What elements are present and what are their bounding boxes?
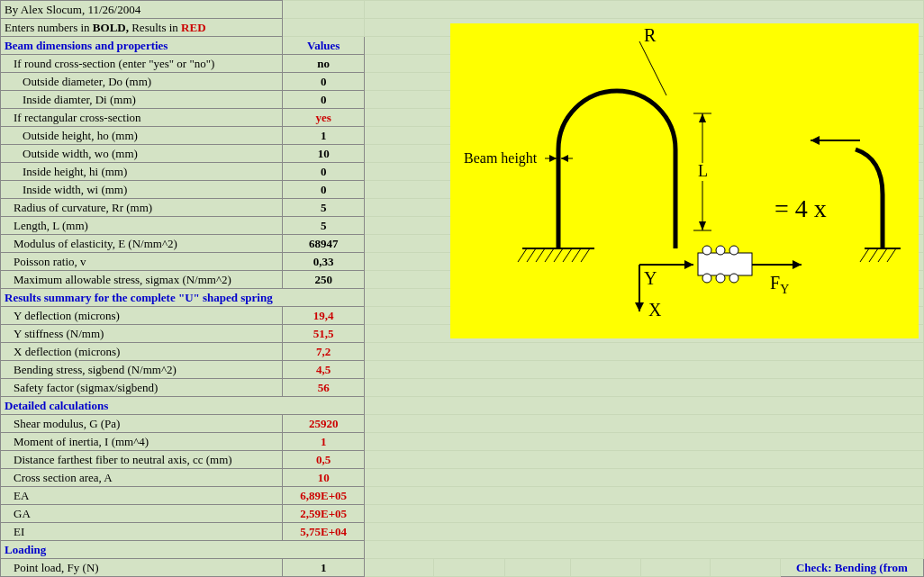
hi-label: Inside height, hi (mm)	[1, 163, 283, 181]
di-input[interactable]: 0	[283, 91, 365, 109]
ho-label: Outside height, ho (mm)	[1, 127, 283, 145]
x-axis-label: X	[648, 300, 662, 320]
svg-marker-31	[793, 260, 802, 269]
xdefl-label: X deflection (microns)	[1, 343, 283, 361]
loading-title: Loading	[1, 541, 365, 559]
svg-line-39	[878, 248, 887, 262]
spring-diagram-svg: R Beam height L Y FY X = 4 x	[450, 23, 919, 338]
round-input[interactable]: no	[283, 55, 365, 73]
beam-height-label: Beam height	[464, 150, 538, 167]
svg-marker-9	[699, 221, 706, 230]
svg-line-38	[869, 248, 878, 262]
ei-label: EI	[1, 523, 283, 541]
xdefl-result: 7,2	[283, 343, 365, 361]
svg-point-27	[729, 274, 738, 283]
svg-line-0	[639, 41, 666, 95]
l-label: Length, L (mm)	[1, 217, 283, 235]
l-input[interactable]: 5	[283, 217, 365, 235]
ea-result: 6,89E+05	[283, 487, 365, 505]
e-label: Modulus of elasticity, E (N/mm^2)	[1, 235, 283, 253]
i-label: Moment of inertia, I (mm^4)	[1, 433, 283, 451]
wo-label: Outside width, wo (mm)	[1, 145, 283, 163]
v-label: Poisson ratio, v	[1, 253, 283, 271]
svg-line-40	[887, 248, 896, 262]
eq-4x-label: = 4 x	[775, 194, 827, 222]
sig-input[interactable]: 250	[283, 271, 365, 289]
r-label: R	[644, 25, 657, 45]
ho-input[interactable]: 1	[283, 127, 365, 145]
bend-label: Bending stress, sigbend (N/mm^2)	[1, 361, 283, 379]
g-label: Shear modulus, G (Pa)	[1, 415, 283, 433]
di-label: Inside diamter, Di (mm)	[1, 91, 283, 109]
do-label: Outside diameter, Do (mm)	[1, 73, 283, 91]
sf-label: Safety factor (sigmax/sigbend)	[1, 379, 283, 397]
values-header: Values	[283, 37, 365, 55]
svg-line-37	[860, 248, 869, 262]
dims-title: Beam dimensions and properties	[1, 37, 283, 55]
l-label-diagram: L	[698, 162, 708, 180]
hi-input[interactable]: 0	[283, 163, 365, 181]
svg-marker-2	[549, 155, 557, 162]
e-input[interactable]: 68947	[283, 235, 365, 253]
wo-input[interactable]: 10	[283, 145, 365, 163]
svg-point-23	[716, 246, 725, 255]
a-label: Cross section area, A	[1, 469, 283, 487]
ydefl-result: 19,4	[283, 307, 365, 325]
wi-label: Inside width, wi (mm)	[1, 181, 283, 199]
ystiff-result: 51,5	[283, 325, 365, 343]
v-input[interactable]: 0,33	[283, 253, 365, 271]
detailed-title: Detailed calculations	[1, 397, 365, 415]
fy-label: Point load, Fy (N)	[1, 559, 283, 577]
svg-marker-35	[811, 136, 820, 145]
rect-label: If rectangular cross-section	[1, 109, 283, 127]
ydefl-label: Y deflection (microns)	[1, 307, 283, 325]
svg-marker-8	[699, 113, 706, 122]
author-line: By Alex Slocum, 11/26/2004	[1, 1, 283, 19]
ga-label: GA	[1, 505, 283, 523]
sig-label: Maximum allowable stress, sigmax (N/mm^2…	[1, 271, 283, 289]
round-label: If round cross-section (enter "yes" or "…	[1, 55, 283, 73]
check-header-1: Check: Bending (from	[780, 559, 923, 577]
wi-input[interactable]: 0	[283, 181, 365, 199]
svg-marker-33	[635, 302, 644, 311]
svg-point-25	[702, 274, 711, 283]
fy-input[interactable]: 1	[283, 559, 365, 577]
instructions: Enters numbers in BOLD, Results in RED	[1, 19, 283, 37]
bend-result: 4,5	[283, 361, 365, 379]
ga-result: 2,59E+05	[283, 505, 365, 523]
svg-point-22	[702, 246, 711, 255]
do-input[interactable]: 0	[283, 73, 365, 91]
rect-result: yes	[283, 109, 365, 127]
y-axis-label: Y	[644, 268, 657, 288]
svg-marker-4	[561, 155, 568, 162]
fy-force-label: FY	[770, 273, 789, 296]
cc-label: Distance farthest fiber to neutral axis,…	[1, 451, 283, 469]
svg-marker-29	[684, 260, 693, 269]
rr-input[interactable]: 5	[283, 199, 365, 217]
sf-result: 56	[283, 379, 365, 397]
rr-label: Radius of curvature, Rr (mm)	[1, 199, 283, 217]
results-title: Results summary for the complete "U" sha…	[1, 289, 365, 307]
ystiff-label: Y stiffness (N/mm)	[1, 325, 283, 343]
diagram: R Beam height L Y FY X = 4 x	[450, 23, 919, 338]
svg-point-24	[729, 246, 738, 255]
svg-rect-21	[698, 253, 752, 275]
ea-label: EA	[1, 487, 283, 505]
cc-result: 0,5	[283, 451, 365, 469]
i-result: 1	[283, 433, 365, 451]
a-result: 10	[283, 469, 365, 487]
g-result: 25920	[283, 415, 365, 433]
ei-result: 5,75E+04	[283, 523, 365, 541]
svg-point-26	[716, 274, 725, 283]
